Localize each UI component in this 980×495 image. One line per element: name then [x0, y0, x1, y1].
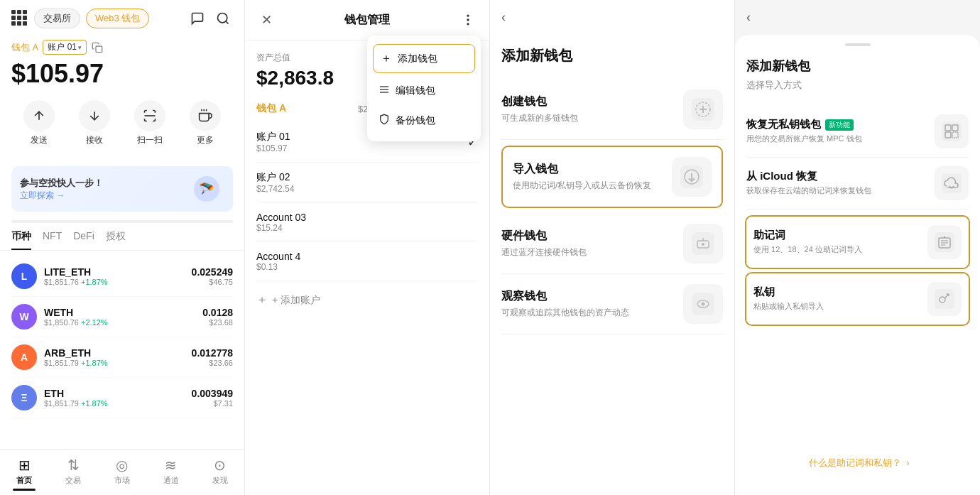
top-bar: 交易所 Web3 钱包	[0, 0, 244, 34]
create-wallet-option[interactable]: 创建钱包 可生成新的多链钱包	[501, 80, 723, 140]
dropdown-backup-wallet[interactable]: 备份钱包	[367, 106, 481, 136]
coin-info: WETH $1,850.76 +2.12%	[44, 307, 195, 327]
coin-price: $1,851.79 +1.87%	[44, 399, 185, 408]
nav-home[interactable]: ⊞ 首页	[0, 454, 49, 494]
account-item-02[interactable]: 账户 02 $2,742.54	[256, 163, 478, 203]
import-wallet-icon	[672, 157, 712, 197]
restore-mpc-option[interactable]: 恢复无私钥钱包 新功能 用您的交易所账户恢复 MPC 钱包	[746, 106, 969, 158]
plus-icon: ＋	[256, 293, 268, 308]
svg-point-0	[218, 13, 227, 23]
coin-info: LITE_ETH $1,851.76 +1.87%	[44, 266, 185, 286]
asset-tabs: 币种 NFT DeFi 授权	[0, 223, 244, 251]
coin-info: ETH $1,851.79 +1.87%	[44, 388, 185, 408]
coin-amount: 0.0128 $23.68	[202, 307, 233, 327]
discover-icon: ⊙	[214, 457, 226, 474]
nav-discover-label: 发现	[212, 475, 228, 486]
panel4-header: ‹	[735, 0, 980, 35]
more-action[interactable]: 更多	[178, 100, 233, 146]
nav-discover[interactable]: ⊙ 发现	[195, 454, 244, 494]
earn-icon: ≋	[165, 457, 177, 474]
coin-icon-weth: W	[11, 304, 37, 330]
tab-defi[interactable]: DeFi	[73, 230, 94, 250]
send-action[interactable]: 发送	[11, 100, 67, 146]
exchange-tab[interactable]: 交易所	[34, 9, 80, 28]
tab-nft[interactable]: NFT	[43, 230, 62, 250]
promo-banner[interactable]: 参与空投快人一步！ 立即探索 → 🪂	[11, 166, 233, 212]
receive-action[interactable]: 接收	[67, 100, 122, 146]
hardware-wallet-text: 硬件钱包 通过蓝牙连接硬件钱包	[501, 229, 587, 259]
nav-earn[interactable]: ≋ 通道	[146, 454, 195, 494]
import-wallet-option[interactable]: 导入钱包 使用助记词/私钥导入或从云备份恢复	[501, 146, 723, 208]
hardware-wallet-option[interactable]: 硬件钱包 通过蓝牙连接硬件钱包	[501, 214, 723, 274]
private-key-option[interactable]: 私钥 粘贴或输入私钥导入	[745, 272, 970, 326]
list-item[interactable]: Ξ ETH $1,851.79 +1.87% 0.003949 $7.31	[11, 378, 233, 418]
back-icon[interactable]: ‹	[746, 10, 751, 25]
promo-text-block: 参与空投快人一步！ 立即探索 →	[20, 177, 103, 202]
list-item[interactable]: A ARB_ETH $1,851.79 +1.87% 0.012778 $23.…	[11, 337, 233, 378]
send-icon	[23, 100, 55, 131]
svg-rect-41	[935, 289, 954, 309]
observe-wallet-text: 观察钱包 可观察或追踪其他钱包的资产动态	[501, 289, 629, 319]
svg-point-12	[467, 23, 469, 25]
list-item[interactable]: L LITE_ETH $1,851.76 +1.87% 0.025249 $46…	[11, 256, 233, 297]
import-wallet-text: 导入钱包 使用助记词/私钥导入或从云备份恢复	[513, 162, 651, 192]
icloud-text: 从 iCloud 恢复 获取保存在云端的助记词来恢复钱包	[746, 170, 871, 196]
add-wallet-panel: ‹ 添加新钱包 创建钱包 可生成新的多链钱包 导入钱包 使用助记词/私钥导入或从…	[490, 0, 735, 495]
icloud-restore-option[interactable]: 从 iCloud 恢复 获取保存在云端的助记词来恢复钱包	[746, 158, 969, 210]
copy-icon[interactable]	[91, 41, 104, 54]
scan-label: 扫一扫	[137, 134, 163, 146]
private-key-icon	[927, 282, 962, 316]
message-icon[interactable]	[187, 9, 207, 28]
menu-icon[interactable]	[458, 10, 478, 30]
search-icon[interactable]	[213, 9, 233, 28]
list-item[interactable]: W WETH $1,850.76 +2.12% 0.0128 $23.68	[11, 297, 233, 337]
dropdown-add-wallet[interactable]: ＋ 添加钱包	[373, 44, 475, 73]
import-subtitle: 选择导入方式	[746, 79, 969, 92]
add-account-button[interactable]: ＋ + 添加账户	[245, 281, 489, 319]
create-wallet-text: 创建钱包 可生成新的多链钱包	[501, 94, 578, 124]
promo-link[interactable]: 立即探索 →	[20, 190, 103, 202]
nav-market-label: 市场	[114, 475, 130, 486]
coin-info: ARB_ETH $1,851.79 +1.87%	[44, 347, 185, 367]
more-icon	[190, 100, 221, 131]
coin-amount: 0.003949 $7.31	[192, 388, 233, 408]
coin-name: WETH	[44, 307, 195, 318]
coin-price: $1,850.76 +2.12%	[44, 318, 195, 327]
dropdown-edit-wallet[interactable]: 编辑钱包	[367, 76, 481, 106]
market-icon: ◎	[116, 457, 128, 474]
chevron-down-icon: ▾	[78, 44, 82, 51]
balance-amount: $105.97	[11, 59, 233, 89]
mnemonic-option[interactable]: 助记词 使用 12、18、24 位助记词导入	[745, 215, 970, 269]
create-wallet-icon	[683, 89, 723, 129]
sheet-title: 添加新钱包	[746, 58, 969, 75]
bottom-sheet: 添加新钱包 选择导入方式 恢复无私钥钱包 新功能 用您的交易所账户恢复 MPC …	[735, 35, 980, 495]
svg-rect-30	[942, 121, 962, 141]
active-indicator	[13, 489, 36, 491]
account-item-03[interactable]: Account 03 $15.24	[256, 203, 478, 242]
coin-price: $1,851.76 +1.87%	[44, 278, 185, 286]
restore-mpc-icon	[935, 114, 969, 148]
wallet-header: 钱包 A 账户 01 ▾ $105.97 发送 接收	[0, 34, 244, 166]
nav-market[interactable]: ◎ 市场	[98, 454, 147, 494]
back-icon[interactable]: ‹	[501, 10, 506, 25]
shield-icon	[379, 114, 390, 128]
close-icon[interactable]: ✕	[256, 10, 276, 30]
tab-coins[interactable]: 币种	[11, 230, 31, 250]
web3-tab[interactable]: Web3 钱包	[86, 9, 149, 28]
nav-home-label: 首页	[16, 475, 32, 486]
svg-point-10	[467, 15, 469, 16]
nav-trade[interactable]: ⇅ 交易	[49, 454, 98, 494]
tab-auth[interactable]: 授权	[106, 230, 126, 250]
more-label: 更多	[197, 134, 214, 146]
help-link[interactable]: 什么是助记词和私钥？ ›	[746, 445, 969, 481]
panel2-header: ✕ 钱包管理	[245, 0, 489, 40]
observe-wallet-option[interactable]: 观察钱包 可观察或追踪其他钱包的资产动态	[501, 274, 723, 334]
grid-icon[interactable]	[11, 10, 28, 27]
coin-icon-arb: A	[11, 344, 37, 370]
promo-text: 参与空投快人一步！	[20, 177, 103, 190]
account-item-04[interactable]: Account 4 $0.13	[256, 242, 478, 281]
coin-icon-eth: Ξ	[11, 385, 37, 410]
account-selector[interactable]: 账户 01 ▾	[43, 40, 87, 55]
observe-wallet-icon	[683, 284, 723, 324]
scan-action[interactable]: 扫一扫	[122, 100, 178, 146]
